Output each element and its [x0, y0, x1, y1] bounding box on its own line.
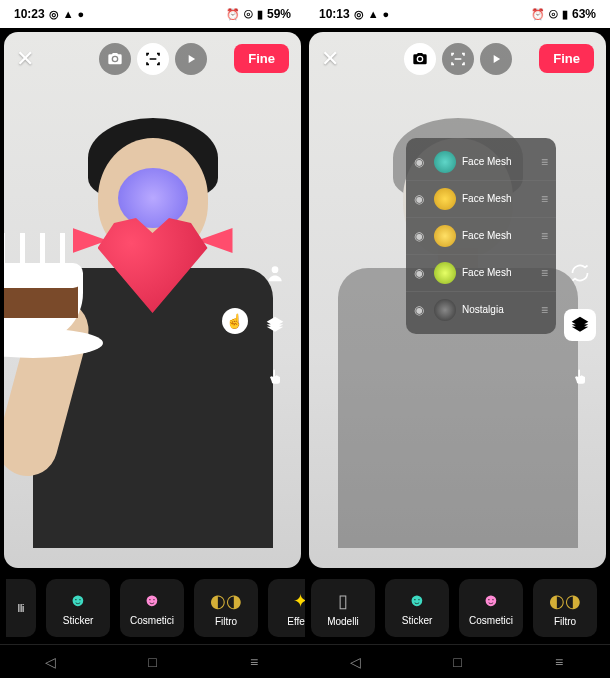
battery-percent: 63% — [572, 7, 596, 21]
cosmetic-icon: ☻ — [482, 590, 501, 611]
cosmetic-icon: ☻ — [143, 590, 162, 611]
side-tools — [259, 257, 291, 393]
layers-icon[interactable] — [259, 309, 291, 341]
tab-label: Sticker — [63, 615, 94, 626]
close-icon[interactable]: ✕ — [321, 46, 339, 72]
fine-button[interactable]: Fine — [234, 44, 289, 73]
layer-row[interactable]: ◉ Nostalgia ≡ — [406, 292, 556, 328]
filter-icon: ◐◑ — [549, 590, 581, 612]
scan-icon[interactable] — [137, 43, 169, 75]
sticker-icon: ☻ — [69, 590, 88, 611]
bottom-tabs: lli ☻ Sticker ☻ Cosmetici ◐◑ Filtro ✦ Ef… — [0, 572, 305, 644]
tab-label: Effetti — [287, 616, 305, 627]
tab-cosmetici[interactable]: ☻ Cosmetici — [120, 579, 184, 637]
messenger-icon: ● — [383, 8, 390, 20]
status-time: 10:23 — [14, 7, 45, 21]
layers-icon[interactable] — [564, 309, 596, 341]
drag-handle-icon[interactable]: ≡ — [541, 266, 548, 280]
subject-person: ☝ — [33, 98, 273, 568]
tab-label: lli — [18, 603, 25, 614]
camera-icon[interactable] — [99, 43, 131, 75]
tab-filtro[interactable]: ◐◑ Filtro — [194, 579, 258, 637]
layer-thumb — [434, 225, 456, 247]
layer-row[interactable]: ◉ Face Mesh ≡ — [406, 181, 556, 218]
eye-icon[interactable]: ◉ — [414, 303, 428, 317]
eye-icon[interactable]: ◉ — [414, 155, 428, 169]
wifi-icon: ⦾ — [549, 8, 558, 21]
sticker-icon: ☻ — [408, 590, 427, 611]
tab-label: Modelli — [327, 616, 359, 627]
layer-label: Face Mesh — [462, 230, 535, 241]
touch-icon[interactable] — [564, 361, 596, 393]
tab-modelli[interactable]: ▯ Modelli — [311, 579, 375, 637]
tab-label: Cosmetici — [469, 615, 513, 626]
scan-icon[interactable] — [442, 43, 474, 75]
heart-sticker — [88, 168, 218, 298]
drag-handle-icon[interactable]: ≡ — [541, 155, 548, 169]
layers-panel: ◉ Face Mesh ≡ ◉ Face Mesh ≡ ◉ Face Mesh … — [406, 138, 556, 334]
layer-row[interactable]: ◉ Face Mesh ≡ — [406, 218, 556, 255]
nav-back-icon[interactable]: ◁ — [336, 654, 376, 670]
play-icon[interactable] — [175, 43, 207, 75]
tab-cosmetici[interactable]: ☻ Cosmetici — [459, 579, 523, 637]
layer-label: Nostalgia — [462, 304, 535, 315]
layer-thumb — [434, 188, 456, 210]
signal-icon: ▮ — [257, 8, 263, 21]
layer-thumb — [434, 299, 456, 321]
layer-label: Face Mesh — [462, 156, 535, 167]
screen-right: 10:13 ◎ ▲ ● ⏰ ⦾ ▮ 63% ✕ — [305, 0, 610, 678]
person-icon[interactable] — [259, 257, 291, 289]
triangle-icon: ▲ — [63, 8, 74, 20]
svg-point-0 — [272, 266, 279, 273]
tab-effetti[interactable]: ✦ Effetti — [268, 579, 305, 637]
tab-label: Filtro — [554, 616, 576, 627]
camera-viewport: ✕ Fine — [309, 32, 606, 568]
eye-icon[interactable]: ◉ — [414, 229, 428, 243]
model-icon: ▯ — [338, 590, 348, 612]
alarm-icon: ⏰ — [226, 8, 240, 21]
nav-home-icon[interactable]: □ — [437, 654, 477, 670]
triangle-icon: ▲ — [368, 8, 379, 20]
nav-recent-icon[interactable]: ≡ — [539, 654, 579, 670]
screen-left: 10:23 ◎ ▲ ● ⏰ ⦾ ▮ 59% ✕ — [0, 0, 305, 678]
layer-label: Face Mesh — [462, 193, 535, 204]
play-icon[interactable] — [480, 43, 512, 75]
messenger-icon: ● — [78, 8, 85, 20]
instagram-icon: ◎ — [49, 8, 59, 21]
filter-icon: ◐◑ — [210, 590, 242, 612]
camera-icon[interactable] — [404, 43, 436, 75]
top-controls: ✕ Fine — [309, 44, 606, 73]
top-controls: ✕ Fine — [4, 44, 301, 73]
signal-icon: ▮ — [562, 8, 568, 21]
layer-row[interactable]: ◉ Face Mesh ≡ — [406, 255, 556, 292]
nav-home-icon[interactable]: □ — [132, 654, 172, 670]
android-nav: ◁ □ ≡ — [305, 644, 610, 678]
tab-modelli-partial[interactable]: lli — [6, 579, 36, 637]
layer-thumb — [434, 262, 456, 284]
eye-icon[interactable]: ◉ — [414, 266, 428, 280]
drag-handle-icon[interactable]: ≡ — [541, 303, 548, 317]
camera-viewport: ✕ Fine — [4, 32, 301, 568]
layer-label: Face Mesh — [462, 267, 535, 278]
tab-label: Sticker — [402, 615, 433, 626]
sync-icon[interactable] — [564, 257, 596, 289]
nav-back-icon[interactable]: ◁ — [31, 654, 71, 670]
tab-sticker[interactable]: ☻ Sticker — [385, 579, 449, 637]
tab-sticker[interactable]: ☻ Sticker — [46, 579, 110, 637]
effect-icon: ✦ — [293, 590, 306, 612]
layer-row[interactable]: ◉ Face Mesh ≡ — [406, 144, 556, 181]
drag-handle-icon[interactable]: ≡ — [541, 229, 548, 243]
side-tools — [564, 257, 596, 393]
nav-recent-icon[interactable]: ≡ — [234, 654, 274, 670]
drag-handle-icon[interactable]: ≡ — [541, 192, 548, 206]
alarm-icon: ⏰ — [531, 8, 545, 21]
tshirt-logo: ☝ — [222, 308, 248, 334]
android-nav: ◁ □ ≡ — [0, 644, 305, 678]
eye-icon[interactable]: ◉ — [414, 192, 428, 206]
status-time: 10:13 — [319, 7, 350, 21]
close-icon[interactable]: ✕ — [16, 46, 34, 72]
fine-button[interactable]: Fine — [539, 44, 594, 73]
tab-filtro[interactable]: ◐◑ Filtro — [533, 579, 597, 637]
instagram-icon: ◎ — [354, 8, 364, 21]
touch-icon[interactable] — [259, 361, 291, 393]
